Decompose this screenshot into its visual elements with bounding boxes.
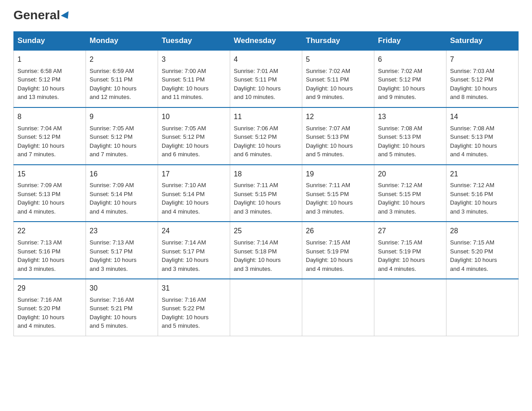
day-info: Sunrise: 6:59 AMSunset: 5:11 PMDaylight:… [90,67,154,102]
week-row-3: 15Sunrise: 7:09 AMSunset: 5:13 PMDayligh… [14,165,519,222]
calendar-cell: 27Sunrise: 7:15 AMSunset: 5:19 PMDayligh… [374,222,446,279]
calendar-cell [230,279,302,336]
calendar-cell: 15Sunrise: 7:09 AMSunset: 5:13 PMDayligh… [14,165,86,222]
calendar-cell: 25Sunrise: 7:14 AMSunset: 5:18 PMDayligh… [230,222,302,279]
calendar-cell: 5Sunrise: 7:02 AMSunset: 5:11 PMDaylight… [302,50,374,107]
day-info: Sunrise: 7:16 AMSunset: 5:21 PMDaylight:… [90,295,154,330]
calendar-cell: 6Sunrise: 7:02 AMSunset: 5:12 PMDaylight… [374,50,446,107]
calendar-cell: 18Sunrise: 7:11 AMSunset: 5:15 PMDayligh… [230,165,302,222]
day-number: 9 [90,111,154,123]
day-info: Sunrise: 7:16 AMSunset: 5:22 PMDaylight:… [162,295,226,330]
day-number: 12 [306,111,370,123]
day-number: 23 [90,226,154,237]
calendar-cell: 17Sunrise: 7:10 AMSunset: 5:14 PMDayligh… [158,165,230,222]
day-info: Sunrise: 7:01 AMSunset: 5:11 PMDaylight:… [234,67,298,102]
calendar-cell: 21Sunrise: 7:12 AMSunset: 5:16 PMDayligh… [446,165,519,222]
day-info: Sunrise: 7:16 AMSunset: 5:20 PMDaylight:… [17,295,82,330]
day-info: Sunrise: 7:14 AMSunset: 5:18 PMDaylight:… [234,238,298,273]
day-info: Sunrise: 7:07 AMSunset: 5:13 PMDaylight:… [306,124,370,159]
header-wednesday: Wednesday [230,32,302,51]
calendar-cell: 11Sunrise: 7:06 AMSunset: 5:12 PMDayligh… [230,107,302,165]
header-tuesday: Tuesday [158,32,230,51]
day-number: 5 [306,54,370,65]
week-row-2: 8Sunrise: 7:04 AMSunset: 5:12 PMDaylight… [14,107,519,165]
week-row-1: 1Sunrise: 6:58 AMSunset: 5:12 PMDaylight… [14,50,519,107]
calendar-cell: 13Sunrise: 7:08 AMSunset: 5:13 PMDayligh… [374,107,446,165]
calendar-cell: 2Sunrise: 6:59 AMSunset: 5:11 PMDaylight… [86,50,158,107]
day-info: Sunrise: 7:02 AMSunset: 5:11 PMDaylight:… [306,67,370,102]
day-info: Sunrise: 7:13 AMSunset: 5:17 PMDaylight:… [90,238,154,273]
calendar-cell: 4Sunrise: 7:01 AMSunset: 5:11 PMDaylight… [230,50,302,107]
day-number: 20 [378,169,442,180]
day-info: Sunrise: 7:12 AMSunset: 5:16 PMDaylight:… [450,181,515,216]
day-number: 1 [17,54,82,65]
calendar-cell: 1Sunrise: 6:58 AMSunset: 5:12 PMDaylight… [14,50,86,107]
day-number: 10 [162,111,226,123]
header-saturday: Saturday [446,32,519,51]
calendar-cell: 30Sunrise: 7:16 AMSunset: 5:21 PMDayligh… [86,279,158,336]
day-info: Sunrise: 7:04 AMSunset: 5:12 PMDaylight:… [17,124,82,159]
day-number: 25 [234,226,298,237]
calendar-cell: 12Sunrise: 7:07 AMSunset: 5:13 PMDayligh… [302,107,374,165]
day-number: 2 [90,54,154,65]
calendar-cell: 9Sunrise: 7:05 AMSunset: 5:12 PMDaylight… [86,107,158,165]
day-number: 17 [162,169,226,180]
week-row-5: 29Sunrise: 7:16 AMSunset: 5:20 PMDayligh… [14,279,519,336]
day-info: Sunrise: 7:09 AMSunset: 5:13 PMDaylight:… [17,181,82,216]
calendar-cell [446,279,519,336]
calendar-cell [302,279,374,336]
calendar-body: 1Sunrise: 6:58 AMSunset: 5:12 PMDaylight… [14,50,519,336]
day-info: Sunrise: 7:14 AMSunset: 5:17 PMDaylight:… [162,238,226,273]
day-info: Sunrise: 6:58 AMSunset: 5:12 PMDaylight:… [17,67,82,102]
header-monday: Monday [86,32,158,51]
calendar-cell: 26Sunrise: 7:15 AMSunset: 5:19 PMDayligh… [302,222,374,279]
day-number: 31 [162,283,226,294]
day-number: 27 [378,226,442,237]
calendar-header-row: SundayMondayTuesdayWednesdayThursdayFrid… [14,32,519,51]
day-info: Sunrise: 7:08 AMSunset: 5:13 PMDaylight:… [450,124,515,159]
header-thursday: Thursday [302,32,374,51]
day-number: 13 [378,111,442,123]
day-number: 3 [162,54,226,65]
day-number: 19 [306,169,370,180]
day-number: 30 [90,283,154,294]
calendar-cell: 28Sunrise: 7:15 AMSunset: 5:20 PMDayligh… [446,222,519,279]
calendar-cell: 23Sunrise: 7:13 AMSunset: 5:17 PMDayligh… [86,222,158,279]
day-number: 28 [450,226,515,237]
day-number: 24 [162,226,226,237]
day-number: 16 [90,169,154,180]
day-info: Sunrise: 7:11 AMSunset: 5:15 PMDaylight:… [306,181,370,216]
calendar-cell: 14Sunrise: 7:08 AMSunset: 5:13 PMDayligh… [446,107,519,165]
calendar-cell: 31Sunrise: 7:16 AMSunset: 5:22 PMDayligh… [158,279,230,336]
day-info: Sunrise: 7:05 AMSunset: 5:12 PMDaylight:… [90,124,154,159]
calendar-cell: 24Sunrise: 7:14 AMSunset: 5:17 PMDayligh… [158,222,230,279]
day-info: Sunrise: 7:02 AMSunset: 5:12 PMDaylight:… [378,67,442,102]
day-number: 15 [17,169,82,180]
day-info: Sunrise: 7:12 AMSunset: 5:15 PMDaylight:… [378,181,442,216]
calendar-cell: 16Sunrise: 7:09 AMSunset: 5:14 PMDayligh… [86,165,158,222]
day-info: Sunrise: 7:09 AMSunset: 5:14 PMDaylight:… [90,181,154,216]
day-number: 7 [450,54,515,65]
day-info: Sunrise: 7:08 AMSunset: 5:13 PMDaylight:… [378,124,442,159]
day-info: Sunrise: 7:06 AMSunset: 5:12 PMDaylight:… [234,124,298,159]
header-friday: Friday [374,32,446,51]
page-header: General [13,9,519,22]
calendar-cell: 8Sunrise: 7:04 AMSunset: 5:12 PMDaylight… [14,107,86,165]
day-info: Sunrise: 7:15 AMSunset: 5:20 PMDaylight:… [450,238,515,273]
logo: General [13,9,71,22]
day-info: Sunrise: 7:05 AMSunset: 5:12 PMDaylight:… [162,124,226,159]
header-sunday: Sunday [14,32,86,51]
calendar-cell: 10Sunrise: 7:05 AMSunset: 5:12 PMDayligh… [158,107,230,165]
day-number: 14 [450,111,515,123]
calendar-cell: 7Sunrise: 7:03 AMSunset: 5:12 PMDaylight… [446,50,519,107]
calendar-table: SundayMondayTuesdayWednesdayThursdayFrid… [13,31,519,336]
day-info: Sunrise: 7:03 AMSunset: 5:12 PMDaylight:… [450,67,515,102]
day-number: 21 [450,169,515,180]
day-info: Sunrise: 7:00 AMSunset: 5:11 PMDaylight:… [162,67,226,102]
calendar-cell: 19Sunrise: 7:11 AMSunset: 5:15 PMDayligh… [302,165,374,222]
day-number: 26 [306,226,370,237]
calendar-cell [374,279,446,336]
day-number: 4 [234,54,298,65]
calendar-cell: 22Sunrise: 7:13 AMSunset: 5:16 PMDayligh… [14,222,86,279]
calendar-cell: 29Sunrise: 7:16 AMSunset: 5:20 PMDayligh… [14,279,86,336]
